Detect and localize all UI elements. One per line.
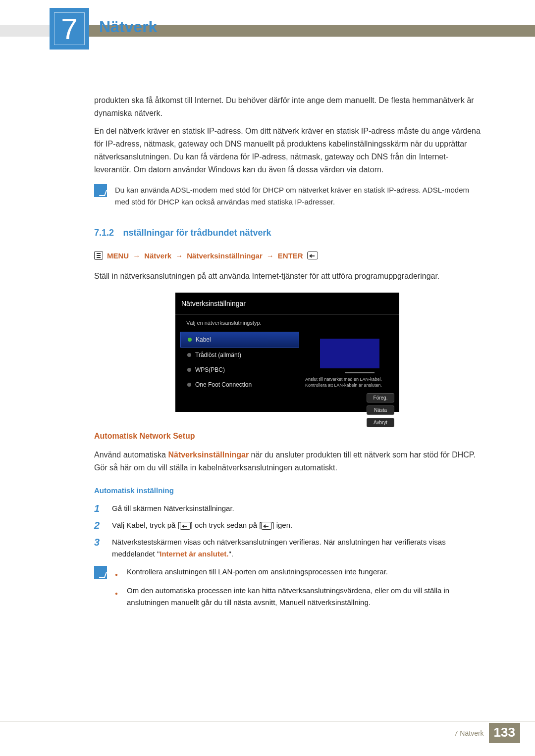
text: ". bbox=[228, 550, 233, 558]
subheading-auto-setup: Automatisk Network Setup bbox=[94, 432, 481, 441]
radio-icon bbox=[187, 383, 191, 387]
radio-icon bbox=[187, 353, 191, 357]
intro-paragraph-1: produkten ska få åtkomst till Internet. … bbox=[94, 94, 481, 120]
chapter-number: 7 bbox=[61, 12, 77, 46]
note-icon bbox=[94, 566, 107, 579]
enter-icon bbox=[307, 252, 318, 259]
page-number: 133 bbox=[489, 723, 520, 743]
arrow-icon: → bbox=[267, 252, 274, 260]
subheading-auto-config: Automatisk inställning bbox=[94, 486, 481, 495]
bullet-1: ● Kontrollera anslutningen till LAN-port… bbox=[115, 566, 481, 581]
menu-path: MENU → Nätverk → Nätverksinställningar →… bbox=[94, 251, 481, 260]
arrow-icon: → bbox=[133, 252, 140, 260]
auto-paragraph: Använd automatiska Nätverksinställningar… bbox=[94, 449, 481, 474]
menu-icon bbox=[94, 251, 103, 260]
bullet-icon: ● bbox=[115, 585, 120, 608]
bullet-text: Kontrollera anslutningen till LAN-porten… bbox=[127, 566, 388, 581]
chapter-header: 7 bbox=[0, 25, 535, 45]
step-text: Välj Kabel, tryck på [] och tryck sedan … bbox=[112, 519, 292, 531]
ui-option-label: Kabel bbox=[196, 336, 211, 343]
text: Välj Kabel, tryck på [ bbox=[112, 521, 180, 529]
ui-option-onefoot[interactable]: One Foot Connection bbox=[180, 377, 299, 392]
ui-option-kabel[interactable]: Kabel bbox=[180, 332, 299, 348]
bullet-2: ● Om den automatiska processen inte kan … bbox=[115, 585, 481, 608]
nav-step-1: Nätverk bbox=[144, 252, 171, 260]
step-number: 2 bbox=[94, 519, 104, 531]
intro-paragraph-2: En del nätverk kräver en statisk IP-adre… bbox=[94, 125, 481, 176]
text: Använd automatiska bbox=[94, 451, 168, 459]
ui-next-button[interactable]: Nästa bbox=[367, 405, 394, 415]
note-icon bbox=[94, 184, 107, 197]
section-title: nställningar för trådbundet nätverk bbox=[123, 228, 271, 238]
chapter-number-box: 7 bbox=[50, 8, 89, 50]
header-grey-bar bbox=[0, 25, 50, 37]
enter-icon bbox=[261, 522, 272, 530]
ui-prev-button[interactable]: Föreg. bbox=[367, 393, 394, 403]
nav-step-2: Nätverksinställningar bbox=[187, 252, 263, 260]
step-1: 1 Gå till skärmen Nätverksinställningar. bbox=[94, 503, 481, 514]
ui-option-label: WPS(PBC) bbox=[195, 366, 225, 373]
nav-menu: MENU bbox=[107, 252, 129, 260]
enter-icon bbox=[180, 522, 191, 530]
text: ] igen. bbox=[272, 521, 292, 529]
lead-paragraph: Ställ in nätverksanslutningen på att anv… bbox=[94, 270, 481, 283]
radio-icon bbox=[187, 368, 191, 372]
step-text: Nätverkstestskärmen visas och nätverksan… bbox=[112, 536, 481, 560]
radio-selected-icon bbox=[188, 338, 192, 342]
ui-cancel-button[interactable]: Avbryt bbox=[367, 418, 394, 427]
note-text: Du kan använda ADSL-modem med stöd för D… bbox=[115, 184, 481, 208]
bullet-icon: ● bbox=[115, 566, 120, 581]
ui-description: Anslut till nätverket med en LAN-kabel. … bbox=[305, 373, 394, 393]
keyword: Internet är anslutet. bbox=[160, 550, 228, 558]
ui-screenshot: Nätverksinställningar Välj en nätverksan… bbox=[175, 293, 399, 412]
note-block: Du kan använda ADSL-modem med stöd för D… bbox=[94, 184, 481, 208]
ui-illustration bbox=[320, 339, 379, 368]
ui-subtitle: Välj en nätverksanslutningstyp. bbox=[180, 315, 394, 332]
chapter-title: Nätverk bbox=[99, 18, 157, 36]
section-number: 7.1.2 bbox=[94, 228, 114, 238]
arrow-icon: → bbox=[175, 252, 183, 260]
section-heading: 7.1.2 nställningar för trådbundet nätver… bbox=[94, 228, 481, 238]
text: ] och tryck sedan på [ bbox=[191, 521, 262, 529]
nav-enter: ENTER bbox=[278, 252, 303, 260]
ui-title: Nätverksinställningar bbox=[175, 297, 399, 315]
ui-option-label: One Foot Connection bbox=[195, 381, 252, 388]
page-footer: 7 Nätverk 133 bbox=[454, 723, 520, 743]
step-number: 1 bbox=[94, 503, 104, 514]
ui-option-wireless[interactable]: Trådlöst (allmänt) bbox=[180, 348, 299, 362]
bullet-text: Om den automatiska processen inte kan hi… bbox=[127, 585, 481, 608]
ui-option-label: Trådlöst (allmänt) bbox=[195, 352, 241, 358]
footer-label: 7 Nätverk bbox=[454, 729, 484, 737]
step-text: Gå till skärmen Nätverksinställningar. bbox=[112, 503, 234, 514]
footer-rule bbox=[0, 721, 535, 721]
step-3: 3 Nätverkstestskärmen visas och nätverks… bbox=[94, 536, 481, 560]
step-2: 2 Välj Kabel, tryck på [] och tryck seda… bbox=[94, 519, 481, 531]
step-number: 3 bbox=[94, 536, 104, 560]
note-bullets: ● Kontrollera anslutningen till LAN-port… bbox=[94, 566, 481, 612]
ui-option-wps[interactable]: WPS(PBC) bbox=[180, 362, 299, 377]
keyword: Nätverksinställningar bbox=[168, 451, 249, 459]
